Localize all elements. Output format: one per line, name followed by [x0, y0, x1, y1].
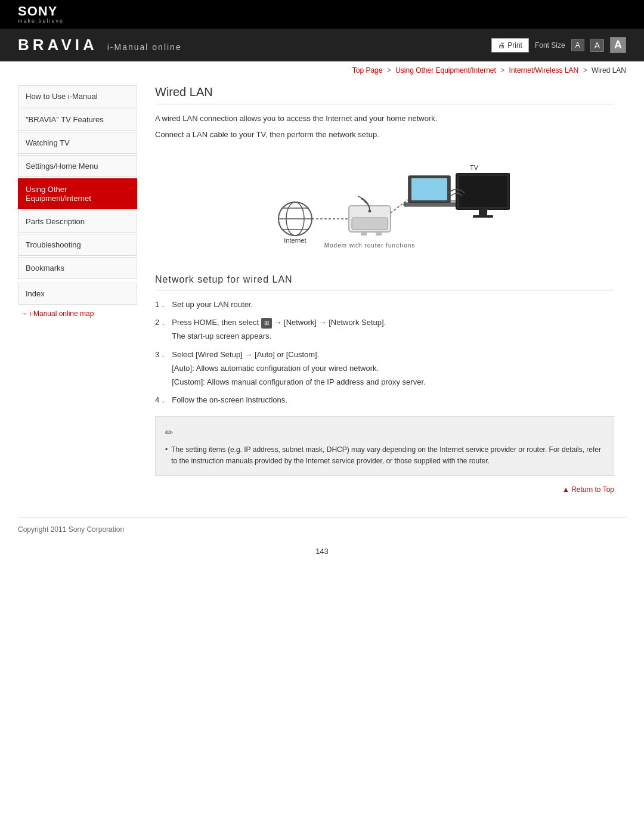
sidebar-item-bookmarks[interactable]: Bookmarks	[18, 257, 137, 279]
page-title: Wired LAN	[155, 85, 614, 104]
font-large-button[interactable]: A	[610, 37, 626, 53]
svg-rect-21	[473, 215, 493, 218]
sidebar-item-watching-tv[interactable]: Watching TV	[18, 132, 137, 154]
page-number: 143	[0, 541, 644, 568]
svg-rect-15	[404, 203, 457, 206]
step-3-text: Select [Wired Setup] → [Auto] or [Custom…	[172, 350, 319, 359]
return-to-top-link[interactable]: ▲ Return to Top	[562, 485, 614, 494]
sidebar-map-link: → i-Manual online map	[18, 309, 137, 318]
step-1: 1． Set up your LAN router.	[155, 299, 614, 311]
note-icon: ✏	[165, 425, 604, 441]
sidebar-index[interactable]: Index	[18, 283, 137, 305]
svg-point-8	[369, 209, 371, 212]
step-3: 3． Select [Wired Setup] → [Auto] or [Cus…	[155, 349, 614, 388]
bravia-bar: BRAVIA i-Manual online 🖨 Print Font Size…	[0, 29, 644, 61]
step-4-text: Follow the on-screen instructions.	[172, 394, 614, 407]
diagram-svg: Internet	[259, 153, 510, 261]
breadcrumb: Top Page > Using Other Equipment/Interne…	[0, 61, 644, 79]
sony-logo: SONY	[18, 5, 64, 18]
step-3-sub1: [Auto]: Allows automatic configuration o…	[172, 363, 614, 375]
breadcrumb-sep2: >	[500, 66, 506, 75]
svg-text:Internet: Internet	[284, 237, 306, 244]
breadcrumb-current: Wired LAN	[592, 66, 626, 75]
home-icon: ⊞	[261, 318, 272, 329]
breadcrumb-step2-link[interactable]: Using Other Equipment/Internet	[395, 66, 496, 75]
bravia-subtitle: i-Manual online	[107, 42, 182, 52]
font-size-label: Font Size	[535, 41, 565, 49]
footer: Copyright 2011 Sony Corporation	[0, 518, 644, 541]
note-bullet: • The setting items (e.g. IP address, su…	[165, 444, 604, 467]
svg-rect-10	[361, 232, 367, 236]
content-area: Wired LAN A wired LAN connection allows …	[137, 79, 626, 506]
step-1-text: Set up your LAN router.	[172, 299, 614, 311]
sidebar: How to Use i-Manual "BRAVIA" TV Features…	[18, 85, 137, 506]
sidebar-item-settings[interactable]: Settings/Home Menu	[18, 155, 137, 177]
note-text: The setting items (e.g. IP address, subn…	[171, 444, 604, 467]
step-4: 4． Follow the on-screen instructions.	[155, 394, 614, 407]
network-diagram: Internet	[155, 153, 614, 262]
svg-rect-19	[459, 176, 507, 207]
svg-rect-20	[479, 209, 487, 215]
imanual-map-link[interactable]: → i-Manual online map	[20, 309, 94, 318]
top-bar: SONY make.believe	[0, 0, 644, 29]
step-3-sub2: [Custom]: Allows manual configuration of…	[172, 376, 614, 389]
bravia-right: 🖨 Print Font Size A A A	[491, 37, 626, 53]
print-label: Print	[507, 41, 522, 49]
step-2-content: Press HOME, then select ⊞ → [Network] → …	[172, 317, 614, 343]
sidebar-item-troubleshooting[interactable]: Troubleshooting	[18, 234, 137, 256]
sidebar-item-bravia-features[interactable]: "BRAVIA" TV Features	[18, 109, 137, 131]
note-bullet-dot: •	[165, 444, 168, 467]
step-1-num: 1．	[155, 299, 167, 311]
font-small-button[interactable]: A	[571, 39, 584, 51]
sony-tagline: make.believe	[18, 18, 64, 24]
step-3-content: Select [Wired Setup] → [Auto] or [Custom…	[172, 349, 614, 388]
print-button[interactable]: 🖨 Print	[491, 38, 529, 52]
intro-text-1: A wired LAN connection allows you to acc…	[155, 113, 614, 125]
copyright-text: Copyright 2011 Sony Corporation	[18, 525, 124, 534]
svg-rect-14	[411, 178, 447, 200]
svg-text:TV: TV	[470, 164, 479, 171]
steps-list: 1． Set up your LAN router. 2． Press HOME…	[155, 299, 614, 407]
svg-text:Modem with router functions: Modem with router functions	[324, 242, 416, 249]
step-4-num: 4．	[155, 394, 167, 407]
bravia-logo: BRAVIA	[18, 36, 98, 54]
intro-text-2: Connect a LAN cable to your TV, then per…	[155, 129, 614, 141]
sidebar-item-how-to-use[interactable]: How to Use i-Manual	[18, 85, 137, 107]
step-2-num: 2．	[155, 317, 167, 343]
step-3-num: 3．	[155, 349, 167, 388]
main-layout: How to Use i-Manual "BRAVIA" TV Features…	[0, 79, 644, 506]
step-2-text: Press HOME, then select ⊞ → [Network] → …	[172, 318, 386, 327]
breadcrumb-step3-link[interactable]: Internet/Wireless LAN	[509, 66, 579, 75]
bravia-left: BRAVIA i-Manual online	[18, 36, 182, 54]
breadcrumb-sep1: >	[387, 66, 393, 75]
font-medium-button[interactable]: A	[590, 39, 604, 52]
sidebar-item-parts[interactable]: Parts Description	[18, 210, 137, 233]
step-2-sub: The start-up screen appears.	[172, 330, 614, 343]
svg-rect-9	[352, 218, 388, 230]
note-box: ✏ • The setting items (e.g. IP address, …	[155, 416, 614, 476]
step-2: 2． Press HOME, then select ⊞ → [Network]…	[155, 317, 614, 343]
breadcrumb-sep3: >	[583, 66, 589, 75]
svg-rect-11	[376, 232, 382, 236]
sidebar-item-using-other[interactable]: Using Other Equipment/Internet	[18, 178, 137, 209]
section-title: Network setup for wired LAN	[155, 274, 614, 290]
return-to-top-area: ▲ Return to Top	[155, 485, 614, 494]
print-icon: 🖨	[498, 41, 505, 49]
breadcrumb-top-link[interactable]: Top Page	[352, 66, 383, 75]
